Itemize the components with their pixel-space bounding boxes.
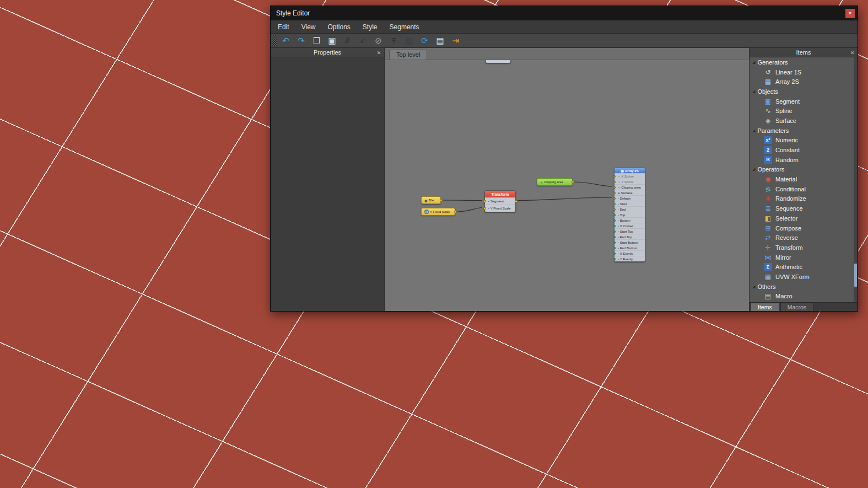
undo-button[interactable]: ↶ (279, 35, 292, 47)
item-transform[interactable]: ✛ Transform (750, 243, 854, 253)
item-uvw-xform[interactable]: ▦ UVW XForm (750, 272, 854, 282)
menu-options[interactable]: Options (321, 20, 356, 33)
input-port[interactable] (614, 208, 616, 211)
item-material[interactable]: ◉ Material (750, 174, 854, 184)
input-port[interactable] (614, 186, 616, 189)
input-port[interactable] (483, 207, 486, 210)
item-mirror[interactable]: ⋈ Mirror (750, 253, 854, 262)
input-port[interactable] (614, 197, 616, 200)
clipped-offscreen-node[interactable] (486, 60, 511, 63)
item-selector[interactable]: ◧ Selector (750, 213, 854, 223)
array2s-input-x-corner[interactable]: ▪ X Corner (614, 223, 645, 228)
node-y-fixed-scale[interactable]: R Y Fixed Scale (421, 208, 455, 216)
verify-style-button[interactable]: ✓ (357, 35, 369, 47)
input-port[interactable] (614, 241, 616, 244)
node-clipping-area[interactable]: ∿ Clipping area (537, 178, 573, 186)
items-group-generators[interactable]: ◢ Generators (750, 57, 854, 67)
output-port[interactable] (572, 181, 574, 184)
titlebar[interactable]: Style Editor ✕ (271, 6, 858, 20)
array2s-input-default[interactable]: ▪ Default (614, 195, 645, 201)
array2s-input-y-spline[interactable]: ∿ Y Spline (614, 179, 645, 184)
input-port[interactable] (483, 200, 486, 203)
input-port[interactable] (614, 235, 616, 238)
output-port[interactable] (515, 200, 517, 203)
items-group-parameters[interactable]: ◢ Parameters (750, 126, 854, 136)
transform-input-y-fixed-scale[interactable]: ▪ Y Fixed Scale (485, 205, 515, 212)
remove-unused-button[interactable]: ▥ (403, 35, 416, 47)
item-randomize[interactable]: ✳ Randomize (750, 194, 854, 204)
input-port[interactable] (614, 191, 616, 194)
menu-segments[interactable]: Segments (384, 20, 425, 33)
items-scrollbar-thumb[interactable] (854, 264, 857, 287)
output-port[interactable] (440, 199, 443, 202)
paste-button[interactable]: ▣ (326, 35, 338, 47)
item-random[interactable]: R Random (750, 155, 854, 165)
input-port[interactable] (614, 252, 616, 255)
array2s-input-bottom[interactable]: ▪ Bottom (614, 217, 645, 223)
input-port[interactable] (614, 180, 616, 183)
item-reverse[interactable]: ⇄ Reverse (750, 233, 854, 243)
window-close-button[interactable]: ✕ (845, 9, 855, 18)
input-port[interactable] (614, 175, 616, 178)
items-group-others[interactable]: ◢ Others (750, 282, 854, 292)
array2s-input-top[interactable]: ▪ Top (614, 212, 645, 217)
output-port[interactable] (454, 211, 457, 213)
item-spline[interactable]: ∿ Spline (750, 106, 854, 116)
input-port[interactable] (614, 230, 616, 233)
spline-icon: ∿ (764, 107, 772, 115)
item-numeric[interactable]: x² Numeric (750, 136, 854, 146)
close-editor-button[interactable]: ⇥ (449, 35, 462, 47)
input-port[interactable] (614, 224, 616, 227)
array2s-input-x-spline[interactable]: ∿ X Spline (614, 173, 645, 179)
array2s-input-end-bottom[interactable]: ▪ End Bottom (614, 245, 645, 250)
properties-close-button[interactable]: ✕ (375, 49, 382, 56)
disable-node-button[interactable]: ⊘ (372, 35, 385, 47)
item-surface[interactable]: ◈ Surface (750, 116, 854, 126)
array2s-input-end[interactable]: ▪ End (614, 206, 645, 212)
items-scrollbar[interactable] (854, 57, 858, 302)
array2s-input-end-top[interactable]: ▪ End Top (614, 234, 645, 239)
item-compose[interactable]: ⊞ Compose (750, 223, 854, 233)
item-sequence[interactable]: ≣ Sequence (750, 203, 854, 213)
item-linear-1s[interactable]: ↺ Linear 1S (750, 67, 854, 77)
redo-button[interactable]: ↷ (295, 35, 308, 47)
tab-top-level[interactable]: Top level (389, 50, 427, 60)
arrange-nodes-button[interactable]: Ŧ (387, 35, 400, 47)
items-close-button[interactable]: ✕ (849, 49, 856, 56)
array2s-input-start-bottom[interactable]: ▪ Start Bottom (614, 239, 645, 245)
array2s-input-surface[interactable]: ◈ Surface (614, 190, 645, 195)
input-port[interactable] (614, 202, 616, 205)
node-tile[interactable]: ▣ Tile (421, 196, 441, 204)
node-transform[interactable]: Transform ▪ Segment ▪ Y Fixed Scale (484, 190, 516, 212)
input-port[interactable] (614, 246, 616, 249)
export-style-button[interactable]: ▤ (434, 35, 446, 47)
items-group-objects[interactable]: ◢ Objects (750, 87, 854, 96)
input-port[interactable] (614, 258, 616, 260)
synchronize-button[interactable]: ⟳ (418, 35, 431, 47)
item-segment[interactable]: ▣ Segment (750, 96, 854, 106)
item-constant[interactable]: 2 Constant (750, 145, 854, 155)
node-graph-area[interactable]: ▣ Tile R Y Fixed Scale Transform ▪ Segme… (385, 60, 749, 311)
item-arithmetic[interactable]: Σ Arithmetic (750, 262, 854, 272)
toolbar-drag-handle[interactable] (272, 35, 277, 46)
tab-items[interactable]: Items (751, 303, 779, 311)
node-array-2s[interactable]: ▦ Array 2S ∿ X Spline ∿ Y Spline (614, 168, 645, 262)
transform-input-segment[interactable]: ▪ Segment (485, 197, 515, 205)
array2s-input-x-evenly[interactable]: ▪ X Evenly (614, 250, 645, 256)
item-array-2s[interactable]: ▦ Array 2S (750, 77, 854, 87)
items-group-operators[interactable]: ◢ Operators (750, 165, 854, 175)
array2s-input-start[interactable]: ▪ Start (614, 201, 645, 206)
tab-macros[interactable]: Macros (780, 303, 813, 311)
item-conditional[interactable]: ≶ Conditional (750, 184, 854, 194)
item-macro[interactable]: ▤ Macro (750, 292, 854, 302)
input-port[interactable] (614, 213, 616, 216)
menu-style[interactable]: Style (357, 20, 384, 33)
array2s-input-y-evenly[interactable]: ▪ Y Evenly (614, 256, 645, 261)
array2s-input-start-top[interactable]: ▪ Start Top (614, 228, 645, 234)
delete-button[interactable]: ✗ (341, 35, 354, 47)
menu-view[interactable]: View (295, 20, 322, 33)
input-port[interactable] (614, 219, 616, 222)
array2s-input-clipping-area[interactable]: ∿ Clipping area (614, 184, 645, 190)
menu-edit[interactable]: Edit (272, 20, 295, 33)
copy-button[interactable]: ❐ (310, 35, 323, 47)
